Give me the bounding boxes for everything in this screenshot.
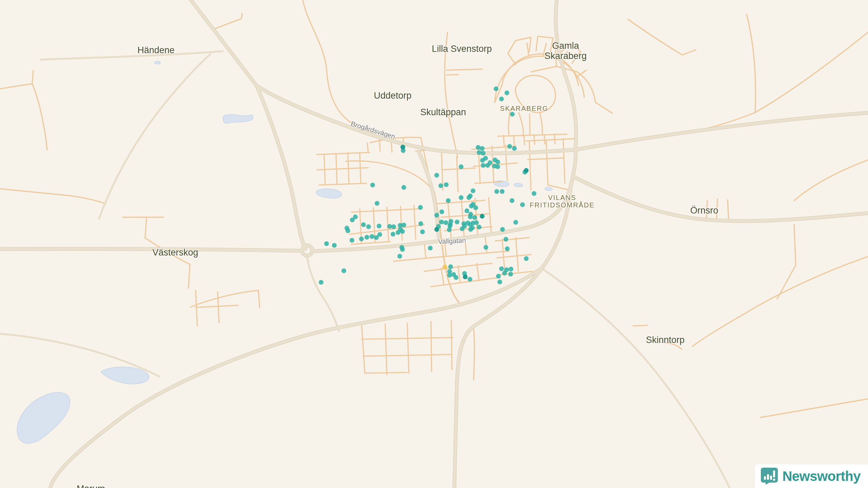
data-point-dot bbox=[502, 271, 507, 276]
data-point-dot bbox=[448, 264, 453, 269]
data-point-dot bbox=[391, 232, 395, 237]
data-point-dot bbox=[485, 163, 490, 168]
data-point-dot bbox=[324, 241, 329, 246]
data-point-dot bbox=[454, 275, 458, 280]
newsworthy-attribution[interactable]: Newsworthy bbox=[755, 464, 868, 488]
major-roads-layer bbox=[0, 0, 868, 488]
data-point-dot bbox=[459, 164, 463, 169]
data-point-dot bbox=[500, 189, 505, 194]
data-point-dot bbox=[401, 223, 406, 227]
data-point-dot bbox=[459, 195, 463, 200]
data-point-dot bbox=[494, 189, 499, 194]
data-point-dot bbox=[468, 227, 473, 232]
data-point-dot bbox=[366, 224, 371, 229]
data-point-dot bbox=[505, 90, 509, 95]
data-point-dot bbox=[319, 280, 323, 285]
data-point-dot bbox=[480, 158, 485, 163]
data-point-dot bbox=[359, 237, 364, 241]
data-point-dot bbox=[500, 227, 505, 232]
data-point-dot bbox=[375, 201, 379, 206]
data-point-dot bbox=[361, 222, 366, 227]
data-point-dot bbox=[444, 182, 449, 187]
data-point-dot bbox=[469, 204, 474, 208]
data-point-dot bbox=[495, 164, 500, 169]
data-point-dot bbox=[350, 238, 354, 243]
major-roads-casing-layer bbox=[0, 0, 868, 488]
data-point-dot bbox=[480, 146, 485, 151]
data-point-dot bbox=[377, 224, 381, 228]
data-point-dot bbox=[510, 112, 515, 117]
medium-roads-layer bbox=[0, 51, 730, 488]
map-canvas[interactable]: HändeneLilla SvenstorpGamla SkarabergUdd… bbox=[0, 0, 868, 488]
data-point-dot bbox=[474, 220, 479, 225]
data-point-dot bbox=[524, 256, 529, 261]
data-point-dot bbox=[439, 220, 444, 224]
data-point-dot bbox=[463, 274, 468, 279]
data-point-dot bbox=[364, 235, 369, 240]
data-point-dot bbox=[418, 221, 423, 226]
data-point-dot bbox=[455, 220, 459, 224]
data-point-dot bbox=[494, 86, 498, 91]
data-point-dot bbox=[350, 218, 355, 222]
data-point-dot bbox=[460, 226, 465, 231]
data-point-dot bbox=[480, 214, 485, 219]
data-point-dot bbox=[467, 195, 471, 200]
data-point-dot bbox=[524, 168, 529, 173]
data-point-dot bbox=[497, 280, 502, 284]
data-point-dot bbox=[471, 188, 475, 193]
data-point-dot bbox=[504, 237, 508, 242]
newsworthy-brand-name: Newsworthy bbox=[782, 469, 861, 484]
data-point-dot bbox=[332, 243, 337, 248]
data-point-dot bbox=[510, 198, 514, 203]
data-point-dot bbox=[401, 185, 406, 190]
data-point-dot bbox=[446, 198, 451, 203]
data-point-dot bbox=[472, 215, 477, 220]
data-point-dot bbox=[387, 224, 392, 229]
data-point-dot bbox=[400, 247, 405, 252]
data-point-dot bbox=[397, 254, 402, 259]
data-point-dot bbox=[418, 205, 423, 210]
data-point-dot bbox=[465, 208, 469, 213]
data-point-dot bbox=[476, 145, 480, 150]
data-point-dot bbox=[532, 191, 536, 196]
newsworthy-logo-icon bbox=[761, 467, 778, 485]
data-point-dot bbox=[391, 224, 396, 229]
data-point-dot bbox=[346, 228, 350, 233]
data-point-dot bbox=[443, 220, 448, 225]
data-point-dot bbox=[520, 202, 525, 207]
data-point-dot bbox=[439, 209, 444, 214]
data-point-dot bbox=[434, 173, 439, 178]
data-point-dot bbox=[400, 145, 405, 149]
data-point-dot bbox=[400, 229, 405, 234]
data-point-dot bbox=[442, 265, 447, 269]
data-point-dot bbox=[481, 151, 486, 156]
data-point-dot bbox=[512, 146, 517, 151]
data-point-dot bbox=[341, 268, 346, 273]
data-point-dot bbox=[507, 144, 512, 149]
data-point-dot bbox=[374, 235, 379, 240]
data-point-dot bbox=[438, 183, 443, 188]
data-point-dot bbox=[447, 227, 452, 232]
data-point-dot bbox=[468, 215, 473, 219]
data-point-dot bbox=[370, 183, 375, 187]
data-point-dot bbox=[484, 245, 488, 250]
data-point-dot bbox=[477, 150, 481, 155]
data-point-dot bbox=[496, 274, 501, 279]
data-point-dot bbox=[499, 97, 504, 101]
data-point-dot bbox=[468, 277, 472, 282]
map-graphics bbox=[0, 0, 868, 488]
data-point-dot bbox=[396, 230, 400, 235]
data-point-dot bbox=[434, 227, 439, 232]
data-point-dot bbox=[420, 229, 425, 234]
data-point-dot bbox=[428, 246, 433, 250]
data-point-dot bbox=[477, 225, 481, 229]
data-point-dot bbox=[499, 266, 504, 271]
data-point-dot bbox=[509, 267, 513, 271]
data-point-dot bbox=[495, 160, 500, 164]
data-point-dot bbox=[481, 163, 486, 168]
data-point-dot bbox=[473, 205, 478, 210]
data-point-dot bbox=[370, 234, 374, 239]
data-point-dot bbox=[505, 246, 510, 251]
data-point-dot bbox=[513, 220, 518, 225]
data-point-dot bbox=[447, 273, 452, 278]
